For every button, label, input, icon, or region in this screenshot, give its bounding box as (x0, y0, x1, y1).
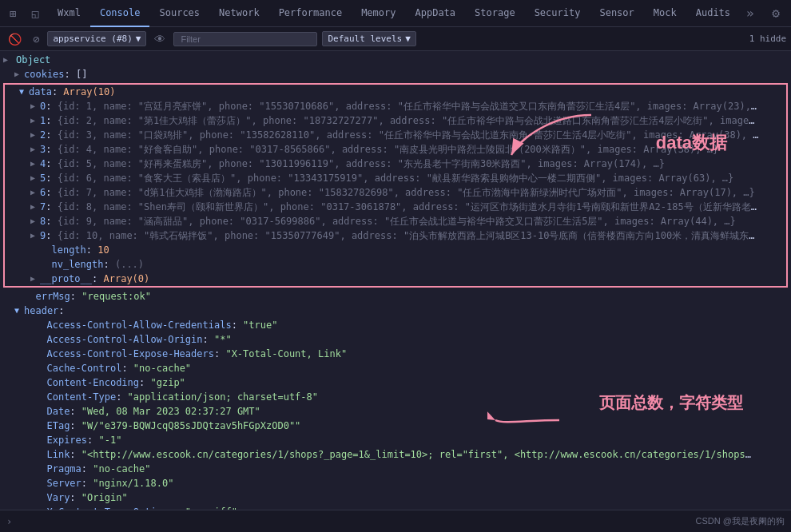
tab-storage[interactable]: Storage (465, 0, 525, 27)
expand-icon[interactable]: ▶ (30, 114, 35, 127)
console-toolbar: 🚫 ⊘ appservice (#8) ▼ 👁 Default levels ▼… (0, 27, 791, 51)
list-item: nv_length: (...) (5, 257, 786, 272)
list-item: Content-Type: "application/json; charset… (0, 390, 791, 404)
tab-network[interactable]: Network (209, 0, 269, 27)
list-item: length: 10 (5, 243, 786, 257)
expand-icon[interactable]: ▶ (30, 186, 35, 199)
tab-console[interactable]: Console (90, 0, 150, 27)
levels-label: Default levels (328, 34, 402, 44)
list-item: ▶ 5: {id: 6, name: "食客大王（索县店）", phone: "… (5, 171, 786, 185)
list-item: ▶ 7: {id: 8, name: "Shen寿司（颐和新世界店）", pho… (5, 200, 786, 214)
service-dropdown-icon: ▼ (136, 34, 141, 44)
expand-icon[interactable]: ▼ (14, 304, 19, 317)
tab-sensor[interactable]: Sensor (590, 0, 643, 27)
tab-memory[interactable]: Memory (352, 0, 405, 27)
expand-icon[interactable]: ▶ (30, 200, 35, 213)
tab-wxml[interactable]: Wxml (48, 0, 90, 27)
list-item: ▶ 9: {id: 10, name: "韩式石锅拌饭", phone: "15… (5, 228, 786, 243)
expand-icon[interactable]: ▶ (30, 100, 35, 113)
list-item: Access-Control-Expose-Headers: "X-Total-… (0, 347, 791, 361)
list-item: ▶ 3: {id: 4, name: "好食客自助", phone: "0317… (5, 142, 786, 157)
filter-icon[interactable]: ⊘ (30, 31, 42, 47)
list-item: ETag: "W/"e379-BQWJcqQ85sJDQtzav5hFGpXzO… (0, 419, 791, 433)
prompt-icon: › (6, 516, 12, 527)
expand-icon[interactable]: ▶ (14, 68, 19, 81)
tab-appdata[interactable]: AppData (405, 0, 465, 27)
csdn-credit: CSDN @我是夜阑的狗 (696, 515, 785, 527)
tab-performance[interactable]: Performance (269, 0, 352, 27)
list-item: ▶ cookies: [] (0, 67, 791, 81)
tab-security[interactable]: Security (525, 0, 590, 27)
list-item: ▶ 4: {id: 5, name: "好再来蛋糕房", phone: "130… (5, 157, 786, 171)
list-item: Cache-Control: "no-cache" (0, 361, 791, 375)
devtools-icon: ⊞ (3, 0, 22, 27)
list-item: ▶ 0: {id: 1, name: "宫廷月亮虾饼", phone: "155… (5, 99, 786, 113)
list-item: Vary: "Origin" (0, 490, 791, 505)
console-input[interactable] (17, 516, 695, 527)
expand-icon[interactable]: ▶ (30, 143, 35, 156)
list-item: ▶ 2: {id: 3, name: "口袋鸡排", phone: "13582… (5, 128, 786, 142)
list-item: ▼ header: (0, 304, 791, 318)
expand-icon[interactable]: ▶ (30, 215, 35, 228)
list-item: ▶ 8: {id: 9, name: "涵高甜品", phone: "0317-… (5, 214, 786, 228)
tab-audits[interactable]: Audits (686, 0, 740, 27)
expand-icon[interactable]: ▶ (3, 54, 8, 66)
service-label: appservice (#8) (53, 34, 132, 44)
data-highlighted-section: ▼ data: Array(10) ▶ 0: {id: 1, name: "宫廷… (3, 83, 788, 288)
expand-icon[interactable]: ▶ (30, 229, 35, 242)
list-item: ▶ 6: {id: 7, name: "d第1佳大鸡排（渤海路店）", phon… (5, 185, 786, 200)
levels-dropdown-icon: ▼ (405, 34, 411, 44)
list-item: Access-Control-Allow-Origin: "*" (0, 332, 791, 347)
expand-icon[interactable]: ▼ (19, 85, 24, 98)
eye-icon[interactable]: 👁 (151, 31, 169, 47)
list-item: Pragma: "no-cache" (0, 462, 791, 476)
expand-icon[interactable]: ▶ (30, 157, 35, 170)
list-item: ▶ __proto__: Array(0) (5, 272, 786, 286)
expand-icon[interactable]: ▶ (30, 272, 35, 285)
list-item: errMsg: "request:ok" (0, 289, 791, 304)
levels-selector[interactable]: Default levels ▼ (322, 31, 415, 46)
filter-input[interactable] (173, 32, 317, 46)
hidden-count: 1 hidde (749, 34, 786, 44)
devtools-tab-bar: ⊞ ◱ Wxml Console Sources Network Perform… (0, 0, 791, 27)
list-item: ▶ 1: {id: 2, name: "第1佳大鸡排（蕾莎店）", phone:… (5, 113, 786, 128)
list-item: ▼ data: Array(10) (5, 85, 786, 99)
tab-mock[interactable]: Mock (644, 0, 686, 27)
clear-console-icon[interactable]: 🚫 (5, 31, 25, 47)
list-item: ▶ Object (0, 53, 791, 67)
expand-icon[interactable]: ▶ (30, 172, 35, 185)
service-selector[interactable]: appservice (#8) ▼ (47, 31, 146, 46)
list-item: Content-Encoding: "gzip" (0, 375, 791, 390)
list-item: Link: "<http://www.escook.cn/categories/… (0, 447, 791, 462)
expand-icon[interactable]: ▶ (30, 129, 35, 141)
console-status-bar: › CSDN @我是夜阑的狗 (0, 510, 791, 532)
more-tabs-button[interactable]: » (740, 6, 761, 21)
tab-sources[interactable]: Sources (149, 0, 209, 27)
settings-icon[interactable]: ⚙ (764, 6, 788, 21)
list-item: Access-Control-Allow-Credentials: "true" (0, 318, 791, 332)
list-item: Expires: "-1" (0, 433, 791, 447)
list-item: Date: "Wed, 08 Mar 2023 02:37:27 GMT" (0, 404, 791, 419)
device-icon: ◱ (26, 0, 45, 27)
console-output: ▶ Object ▶ cookies: [] ▼ data: Array(10)… (0, 51, 791, 510)
list-item: Server: "nginx/1.18.0" (0, 476, 791, 490)
